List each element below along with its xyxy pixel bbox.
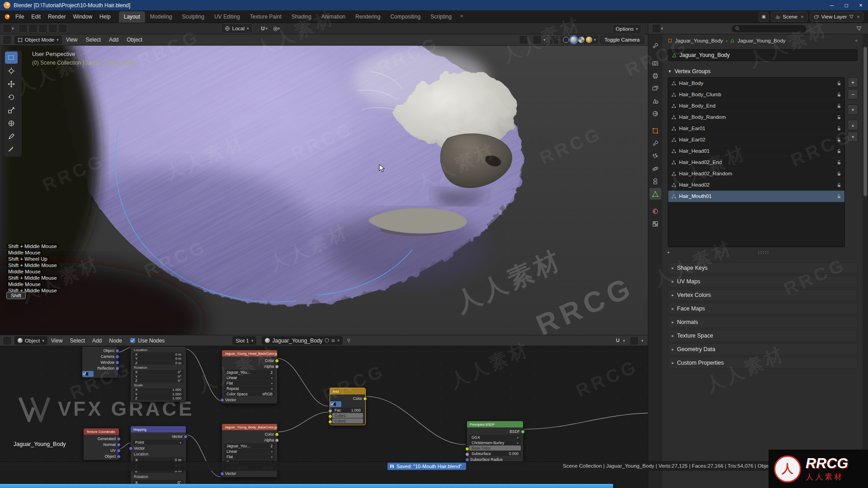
menu-item[interactable]: Select <box>82 35 105 45</box>
menu-item[interactable]: Window <box>69 12 96 22</box>
material-shading-icon[interactable] <box>578 37 585 43</box>
slot-dropdown[interactable]: Slot 1 ▾ <box>232 336 256 345</box>
chevron-down-icon[interactable]: ▾ <box>641 338 643 343</box>
lock-icon[interactable] <box>837 194 841 199</box>
snap-magnet-icon[interactable] <box>260 26 266 32</box>
node-row[interactable]: Color SpacesRGB <box>224 391 275 396</box>
collapse-arrow-icon[interactable]: « <box>855 38 858 43</box>
node-row[interactable]: Clamp <box>330 401 341 407</box>
workspace-tab[interactable]: Sculpting <box>177 11 209 23</box>
maximize-button[interactable]: □ <box>839 0 854 10</box>
fake-user-shield-icon[interactable] <box>325 338 329 343</box>
node-row[interactable]: Fac1.000 <box>332 408 363 413</box>
menu-item[interactable]: File <box>12 12 28 22</box>
select-box-tool[interactable] <box>5 52 18 64</box>
node-row[interactable]: Linear <box>224 449 275 454</box>
minimize-button[interactable]: ─ <box>825 0 839 10</box>
workspace-tab[interactable]: Compositing <box>385 11 425 23</box>
node-row[interactable]: Y0 m <box>133 357 184 361</box>
node-row[interactable]: Color1 <box>332 413 363 418</box>
xray-toggle-icon[interactable] <box>550 35 559 44</box>
node-row[interactable]: Jaguar_You…2 <box>224 443 275 448</box>
lock-icon[interactable] <box>837 183 841 188</box>
resize-grip[interactable] <box>758 251 769 254</box>
node-row[interactable]: Jaguar_You…2 <box>224 370 275 375</box>
overlays-toggle-icon[interactable] <box>630 336 639 345</box>
add-vertex-group-button[interactable]: + <box>848 77 858 88</box>
viewport-3d[interactable]: User Perspective (0) Scene Collection | … <box>0 46 648 335</box>
rotate-tool[interactable] <box>5 91 18 103</box>
menu-item[interactable]: View <box>62 35 82 45</box>
node-row[interactable]: Color <box>222 357 277 363</box>
tab-tool[interactable] <box>650 40 661 52</box>
node-row[interactable]: X1.000 <box>133 388 184 392</box>
move-group-down-button[interactable]: ▾ <box>848 131 858 142</box>
node-row[interactable]: Color <box>330 395 365 401</box>
show-gizmo-icon[interactable] <box>519 35 528 44</box>
menu-item[interactable]: Node <box>105 336 126 346</box>
node-row[interactable]: Generated <box>84 436 119 441</box>
vertex-group-row[interactable]: Hair_Head02_Random <box>668 168 844 179</box>
filter-funnel-icon[interactable] <box>856 26 862 31</box>
toggle-icon[interactable] <box>19 24 28 33</box>
vertex-group-row[interactable]: Hair_Body_Random <box>668 112 844 123</box>
node-mapping[interactable]: LocationX0 mY0 mZ0 mRotationX0°Y0°Z0°Sca… <box>130 346 186 402</box>
show-overlays-icon[interactable] <box>533 35 542 44</box>
lock-icon[interactable] <box>837 160 841 165</box>
node-row[interactable]: Vector <box>131 445 186 451</box>
workspace-tab[interactable]: Layout <box>119 11 145 23</box>
node-row[interactable]: Normal <box>84 441 119 447</box>
close-button[interactable]: × <box>854 0 868 10</box>
node-title[interactable]: Principled BSDF <box>467 421 523 427</box>
menu-item[interactable]: Select <box>66 336 89 346</box>
node-title[interactable]: Add <box>330 388 365 394</box>
add-workspace-button[interactable]: + <box>457 11 467 22</box>
chevron-down-icon[interactable]: ▾ <box>623 338 625 343</box>
snap-magnet-icon[interactable] <box>615 338 621 343</box>
vertex-groups-panel-header[interactable]: ▼ Vertex Groups <box>668 66 858 77</box>
menu-item[interactable]: View <box>47 336 66 346</box>
node-row[interactable]: Color2 <box>332 418 363 423</box>
rendered-shading-icon[interactable] <box>586 37 592 43</box>
mode-dropdown[interactable]: Object Mode ▾ <box>14 36 62 44</box>
toggle-icon[interactable] <box>28 24 38 33</box>
transform-orientation-dropdown[interactable]: Local ▾ <box>221 23 253 33</box>
tab-texture[interactable] <box>650 218 661 230</box>
node-row[interactable]: Linear <box>224 375 275 380</box>
node-row[interactable]: X0 m <box>133 352 184 357</box>
copy-icon[interactable]: ⧉ <box>331 338 335 343</box>
collapsed-panel[interactable]: ▸ Face Maps <box>668 303 858 314</box>
unlink-icon[interactable]: × <box>337 338 340 343</box>
vertex-group-row[interactable]: Hair_Head02 <box>668 179 844 191</box>
node-title[interactable]: Texture Coordinate <box>84 428 119 435</box>
node-row[interactable]: Object <box>84 453 119 459</box>
tab-output[interactable] <box>650 70 661 81</box>
vertex-group-row[interactable]: Hair_Body <box>668 78 844 89</box>
toggle-icon[interactable] <box>38 24 47 33</box>
scene-unlink-icon[interactable]: × <box>801 14 804 19</box>
lock-icon[interactable] <box>837 81 841 86</box>
options-dropdown[interactable]: Options ▾ <box>612 24 642 34</box>
node-row[interactable]: Flat <box>224 380 275 385</box>
lock-icon[interactable] <box>837 137 841 142</box>
vertex-group-row[interactable]: Hair_Ear02 <box>668 134 844 145</box>
use-nodes-checkbox[interactable] <box>130 338 135 343</box>
view-layer-selector[interactable]: View Layer × <box>810 12 863 22</box>
vertex-group-row[interactable]: Hair_Ear01 <box>668 123 844 134</box>
filter-funnel-icon[interactable] <box>849 14 854 19</box>
view-layer-unlink-icon[interactable]: × <box>857 14 860 19</box>
node-mapping-2[interactable]: Mapping VectorPointVectorLocationX0 mY0 … <box>130 426 186 488</box>
cursor-tool[interactable] <box>5 65 18 77</box>
node-row[interactable]: Location <box>131 347 186 352</box>
editor-type-icon[interactable] <box>3 24 12 33</box>
properties-editor-type-icon[interactable] <box>652 24 661 33</box>
move-group-up-button[interactable]: ▴ <box>848 120 858 130</box>
pin-icon[interactable] <box>346 338 351 343</box>
node-row[interactable]: Subsurface0.000 <box>469 451 521 456</box>
node-row[interactable]: Y1.000 <box>133 392 184 396</box>
workspace-tab[interactable]: Modeling <box>145 11 177 23</box>
breadcrumb-object[interactable]: Jaguar_Young_Body <box>675 38 723 43</box>
menu-item[interactable]: Render <box>44 12 69 22</box>
tab-physics[interactable] <box>650 163 661 174</box>
node-row[interactable]: Z0° <box>133 379 184 383</box>
